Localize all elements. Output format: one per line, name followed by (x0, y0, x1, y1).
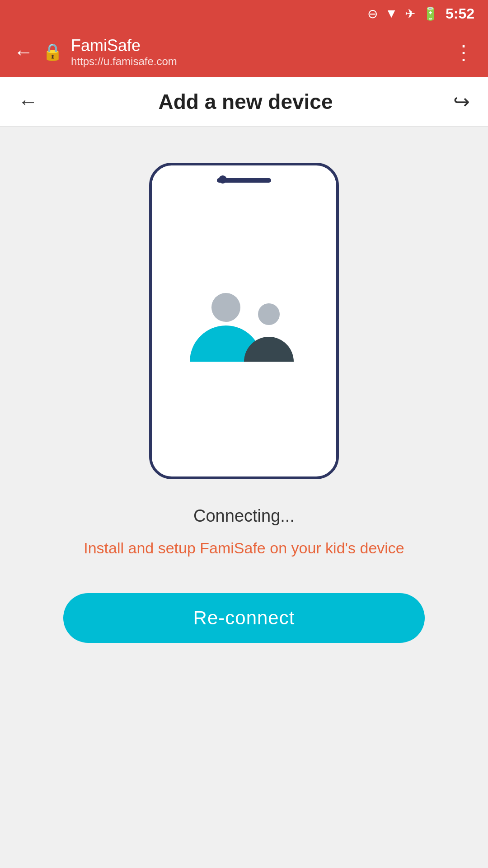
browser-menu-button[interactable]: ⋮ (454, 41, 474, 64)
battery-icon: 🔋 (422, 6, 438, 21)
browser-app-name: FamiSafe (71, 36, 177, 55)
minus-circle-icon: ⊖ (367, 6, 378, 21)
airplane-icon: ✈ (405, 6, 415, 21)
browser-text-block: FamiSafe https://u.famisafe.com (71, 36, 177, 68)
lock-icon: 🔒 (42, 42, 63, 61)
browser-url: https://u.famisafe.com (71, 55, 177, 68)
status-icons: ⊖ ▼ ✈ 🔋 5:52 (367, 5, 474, 22)
status-time: 5:52 (446, 5, 474, 22)
logo-svg (185, 280, 303, 362)
browser-bar: ← 🔒 FamiSafe https://u.famisafe.com ⋮ (0, 27, 488, 77)
wifi-icon: ▼ (385, 6, 398, 21)
phone-illustration (149, 163, 339, 479)
browser-back-button[interactable]: ← (14, 41, 33, 63)
app-header: ← Add a new device ↪ (0, 77, 488, 127)
phone-outline (149, 163, 339, 479)
page-title: Add a new device (158, 90, 333, 114)
svg-point-1 (258, 303, 280, 325)
main-content: Connecting... Install and setup FamiSafe… (0, 127, 488, 643)
browser-info: 🔒 FamiSafe https://u.famisafe.com (42, 36, 454, 68)
status-bar: ⊖ ▼ ✈ 🔋 5:52 (0, 0, 488, 27)
svg-point-0 (211, 293, 240, 322)
install-text: Install and setup FamiSafe on your kid's… (56, 539, 432, 557)
connecting-text: Connecting... (193, 506, 295, 526)
phone-camera (219, 175, 227, 184)
share-button[interactable]: ↪ (453, 90, 470, 113)
back-button[interactable]: ← (18, 90, 38, 113)
famisafe-logo (185, 280, 303, 362)
reconnect-button[interactable]: Re-connect (63, 593, 425, 643)
